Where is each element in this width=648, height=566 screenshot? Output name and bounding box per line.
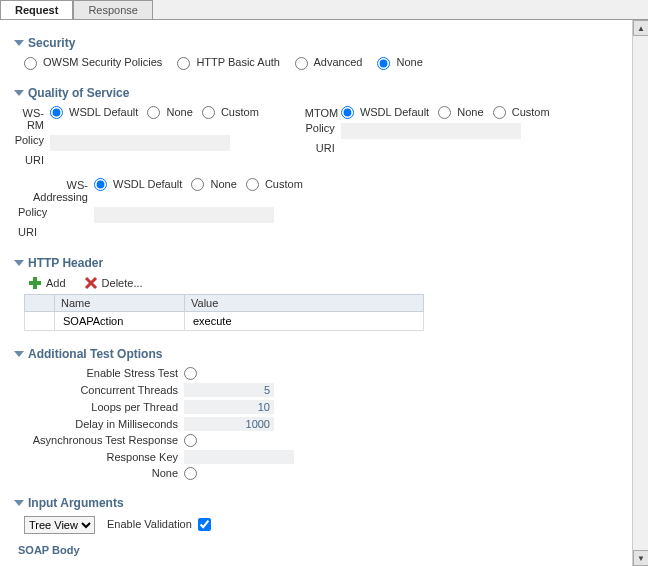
wsrm-wsdl-default[interactable]: WSDL Default [50, 106, 138, 118]
security-http[interactable]: HTTP Basic Auth [177, 56, 280, 68]
scroll-up-icon[interactable]: ▲ [633, 20, 648, 36]
mtom-label: MTOM [305, 106, 341, 119]
security-header[interactable]: Security [14, 36, 642, 50]
add-button[interactable]: Add [28, 276, 66, 290]
wsrm-none[interactable]: None [147, 106, 192, 118]
qos-title: Quality of Service [28, 86, 129, 100]
col-value[interactable]: Value [185, 294, 424, 311]
qos-header[interactable]: Quality of Service [14, 86, 642, 100]
security-advanced[interactable]: Advanced [295, 56, 362, 68]
respkey-label: Response Key [24, 451, 184, 463]
none-label: None [24, 467, 184, 479]
async-radio[interactable] [184, 434, 197, 447]
mtom-policy-label: Policy [305, 121, 341, 134]
async-label: Asynchronous Test Response [24, 434, 184, 446]
wsrm-policy-label: Policy [14, 133, 50, 146]
header-name-input[interactable] [61, 314, 178, 328]
opts-header[interactable]: Additional Test Options [14, 347, 642, 361]
disclosure-icon [14, 40, 24, 46]
wsrm-label: WS-RM [14, 106, 50, 131]
security-owsm[interactable]: OWSM Security Policies [24, 56, 162, 68]
http-title: HTTP Header [28, 256, 103, 270]
soap-body-heading: SOAP Body [18, 544, 642, 556]
enable-validation[interactable]: Enable Validation [107, 518, 214, 532]
svg-rect-1 [29, 281, 41, 285]
mtom-policy-input[interactable] [341, 123, 521, 139]
mtom-wsdl-default[interactable]: WSDL Default [341, 106, 429, 118]
security-none[interactable]: None [377, 56, 422, 68]
wsrm-policy-input[interactable] [50, 135, 230, 151]
wsaddr-wsdl-default[interactable]: WSDL Default [94, 178, 182, 190]
none-radio[interactable] [184, 467, 197, 480]
wsaddr-label: WS-Addressing [14, 178, 94, 203]
wsaddr-policy-label: Policy [14, 205, 94, 218]
wsrm-uri-label: URI [14, 153, 50, 166]
wsaddr-none[interactable]: None [191, 178, 236, 190]
plus-icon [28, 276, 42, 290]
vertical-scrollbar[interactable]: ▲ ▼ [632, 20, 648, 566]
disclosure-icon [14, 90, 24, 96]
disclosure-icon [14, 260, 24, 266]
col-name[interactable]: Name [55, 294, 185, 311]
loops-input[interactable] [184, 400, 274, 414]
wsaddr-policy-input[interactable] [94, 207, 274, 223]
wsaddr-uri-label: URI [14, 225, 94, 238]
tab-response[interactable]: Response [73, 0, 153, 19]
x-icon [84, 276, 98, 290]
loops-label: Loops per Thread [24, 401, 184, 413]
security-title: Security [28, 36, 75, 50]
mtom-none[interactable]: None [438, 106, 483, 118]
threads-label: Concurrent Threads [24, 384, 184, 396]
args-header[interactable]: Input Arguments [14, 496, 642, 510]
disclosure-icon [14, 500, 24, 506]
tab-request[interactable]: Request [0, 0, 73, 19]
stress-label: Enable Stress Test [24, 367, 184, 379]
opts-title: Additional Test Options [28, 347, 162, 361]
mtom-custom[interactable]: Custom [493, 106, 550, 118]
wsrm-custom[interactable]: Custom [202, 106, 259, 118]
http-header-table: Name Value [24, 294, 424, 331]
table-row [25, 311, 424, 330]
delete-button[interactable]: Delete... [84, 276, 143, 290]
header-value-input[interactable] [191, 314, 417, 328]
delay-label: Delay in Milliseconds [24, 418, 184, 430]
threads-input[interactable] [184, 383, 274, 397]
respkey-input[interactable] [184, 450, 294, 464]
scroll-down-icon[interactable]: ▼ [633, 550, 648, 566]
mtom-uri-label: URI [305, 141, 341, 154]
disclosure-icon [14, 351, 24, 357]
delay-input[interactable] [184, 417, 274, 431]
view-select[interactable]: Tree View [24, 516, 95, 534]
wsaddr-custom[interactable]: Custom [246, 178, 303, 190]
http-header[interactable]: HTTP Header [14, 256, 642, 270]
args-title: Input Arguments [28, 496, 124, 510]
stress-radio[interactable] [184, 367, 197, 380]
